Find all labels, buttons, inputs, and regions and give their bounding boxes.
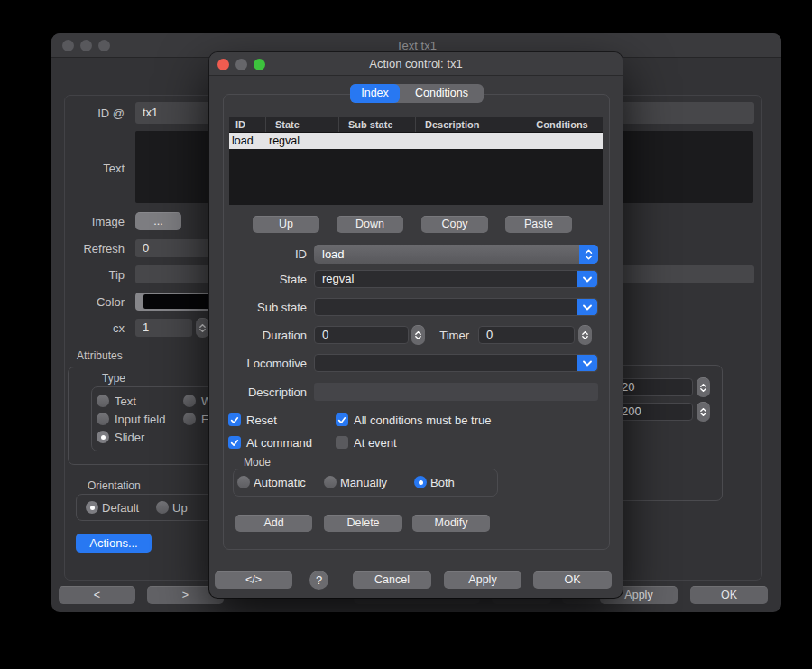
chevron-down-icon[interactable] bbox=[577, 271, 597, 287]
radio-type-text-label: Text bbox=[115, 395, 136, 408]
cancel-button[interactable]: Cancel bbox=[353, 571, 431, 589]
image-label: Image bbox=[69, 213, 125, 231]
dialog-titlebar[interactable]: Action control: tx1 bbox=[209, 52, 623, 76]
timer-field[interactable]: 0 bbox=[478, 326, 575, 344]
bg-right-stepper-1[interactable] bbox=[697, 377, 710, 397]
id-popup[interactable]: load bbox=[314, 245, 598, 264]
all-conditions-checkbox[interactable] bbox=[336, 413, 348, 426]
radio-automatic-label: Automatic bbox=[254, 476, 306, 489]
copy-button[interactable]: Copy bbox=[421, 216, 488, 233]
radio-orientation-up[interactable] bbox=[156, 501, 169, 514]
modify-button[interactable]: Modify bbox=[412, 515, 490, 532]
radio-both-label: Both bbox=[430, 476, 455, 489]
action-table[interactable]: ID State Sub state Description Condition… bbox=[228, 116, 604, 206]
col-id[interactable]: ID bbox=[229, 117, 266, 132]
all-conditions-checkbox-label: All conditions must be true bbox=[354, 413, 491, 427]
tab-index[interactable]: Index bbox=[350, 84, 400, 103]
at-event-checkbox[interactable] bbox=[336, 436, 348, 449]
at-command-checkbox-label: At command bbox=[246, 436, 312, 450]
locomotive-combo[interactable] bbox=[314, 354, 598, 372]
bg-right-field-2[interactable]: 200 bbox=[614, 403, 693, 421]
mode-label: Mode bbox=[244, 456, 271, 469]
delete-button[interactable]: Delete bbox=[324, 515, 402, 532]
duration-label: Duration bbox=[218, 327, 307, 345]
radio-type-text[interactable] bbox=[97, 395, 109, 407]
prev-button[interactable]: < bbox=[59, 586, 135, 604]
up-button[interactable]: Up bbox=[253, 216, 319, 233]
sub-state-combo[interactable] bbox=[314, 298, 598, 316]
radio-orientation-default[interactable] bbox=[86, 501, 98, 514]
at-command-checkbox[interactable] bbox=[228, 436, 241, 449]
sub-state-label: Sub state bbox=[218, 299, 307, 317]
at-event-checkbox-label: At event bbox=[354, 436, 397, 450]
chevron-down-icon[interactable] bbox=[577, 299, 597, 315]
radio-automatic[interactable] bbox=[237, 476, 250, 488]
cell-id: load bbox=[229, 133, 269, 149]
paste-button[interactable]: Paste bbox=[505, 216, 572, 233]
duration-field[interactable]: 0 bbox=[314, 326, 409, 344]
apply-button[interactable]: Apply bbox=[444, 571, 521, 589]
desktop: Text tx1 ID @ tx1 Text Image ... Refresh… bbox=[0, 0, 812, 669]
bg-ok-button[interactable]: OK bbox=[690, 586, 768, 604]
radio-type-slider[interactable] bbox=[97, 431, 109, 443]
help-button[interactable]: ? bbox=[309, 571, 328, 590]
radio-type-col2-1[interactable] bbox=[183, 395, 196, 407]
attributes-label: Attributes bbox=[77, 349, 123, 362]
cell-state: regval bbox=[269, 133, 300, 149]
radio-manually[interactable] bbox=[324, 476, 337, 488]
locomotive-label: Locomotive bbox=[218, 355, 307, 373]
dialog-title: Action control: tx1 bbox=[209, 52, 623, 76]
orientation-label: Orientation bbox=[88, 479, 141, 492]
col-sub-state[interactable]: Sub state bbox=[339, 117, 416, 132]
down-button[interactable]: Down bbox=[337, 216, 403, 233]
reset-checkbox-label: Reset bbox=[246, 413, 277, 427]
refresh-label: Refresh bbox=[69, 240, 125, 258]
color-label: Color bbox=[69, 293, 125, 311]
id-label: ID bbox=[218, 246, 307, 264]
add-button[interactable]: Add bbox=[235, 515, 312, 532]
radio-type-input-field-label: Input field bbox=[115, 413, 165, 426]
timer-stepper[interactable] bbox=[578, 325, 592, 345]
col-state[interactable]: State bbox=[266, 117, 339, 132]
type-label: Type bbox=[102, 372, 125, 385]
code-button[interactable]: </> bbox=[215, 571, 292, 589]
cx-stepper[interactable] bbox=[196, 318, 209, 338]
popup-updown-icon[interactable] bbox=[579, 245, 598, 264]
tab-bar: Index Conditions bbox=[350, 84, 484, 103]
tip-label: Tip bbox=[69, 266, 125, 284]
id-at-label: ID @ bbox=[69, 105, 125, 123]
radio-type-col2-2[interactable] bbox=[183, 413, 196, 425]
text-label: Text bbox=[69, 160, 125, 178]
description-field[interactable] bbox=[314, 383, 598, 401]
description-label: Description bbox=[218, 384, 307, 402]
duration-stepper[interactable] bbox=[411, 325, 425, 345]
tab-conditions[interactable]: Conditions bbox=[400, 84, 484, 103]
cx-label: cx bbox=[69, 320, 125, 338]
radio-orientation-default-label: Default bbox=[102, 501, 139, 515]
bg-right-stepper-2[interactable] bbox=[697, 402, 710, 422]
dialog-action-control: Action control: tx1 Index Conditions ID … bbox=[209, 52, 623, 598]
ok-button[interactable]: OK bbox=[533, 571, 612, 589]
radio-type-slider-label: Slider bbox=[115, 431, 144, 444]
actions-button[interactable]: Actions... bbox=[76, 534, 152, 553]
bg-cx-field[interactable]: 1 bbox=[135, 319, 192, 337]
table-header[interactable]: ID State Sub state Description Condition… bbox=[229, 117, 603, 133]
state-label: State bbox=[218, 271, 307, 289]
chevron-down-icon[interactable] bbox=[577, 355, 597, 371]
radio-both[interactable] bbox=[414, 476, 427, 488]
radio-manually-label: Manually bbox=[340, 476, 387, 489]
table-row[interactable]: load regval bbox=[229, 133, 603, 149]
radio-orientation-up-label: Up bbox=[172, 501, 188, 515]
state-combo[interactable]: regval bbox=[314, 270, 598, 288]
col-conditions[interactable]: Conditions bbox=[521, 117, 603, 132]
radio-type-input-field[interactable] bbox=[97, 413, 109, 425]
col-description[interactable]: Description bbox=[416, 117, 521, 132]
reset-checkbox[interactable] bbox=[228, 413, 241, 426]
timer-label: Timer bbox=[424, 327, 469, 345]
bg-right-field-1[interactable]: 20 bbox=[614, 378, 693, 396]
image-browse-button[interactable]: ... bbox=[135, 212, 181, 230]
